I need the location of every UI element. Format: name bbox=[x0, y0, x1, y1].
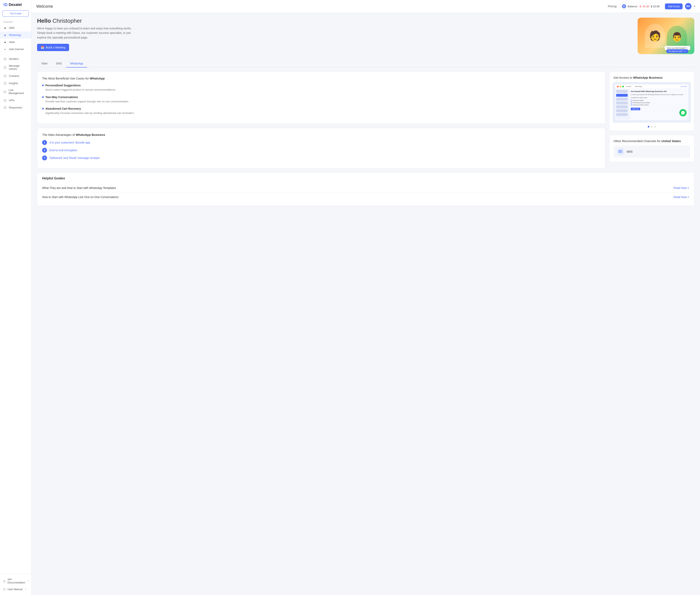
link-management-icon: ◻ bbox=[3, 90, 7, 93]
advantages-title-prefix: The Main Advantages of bbox=[42, 133, 75, 136]
api-docs-label: API Documentation bbox=[7, 578, 25, 584]
sidebar-spacer bbox=[0, 111, 31, 574]
logo-icon: !D bbox=[3, 2, 7, 7]
whatsapp-access-title: Get Access to WhatsApp Business bbox=[613, 76, 690, 79]
try-it-now-button[interactable]: Try it now bbox=[2, 10, 29, 17]
responses-icon: ◻ bbox=[3, 106, 7, 109]
main-content: Welcome Pricing Balance: $ -15.30 $ 22.0… bbox=[31, 0, 700, 595]
greeting-bold: Hello bbox=[37, 18, 51, 24]
hero-text: Hello Christopher We're happy to have yo… bbox=[37, 18, 638, 51]
use-case-2-title: Two-Way Conversations bbox=[45, 95, 78, 99]
wa-access-title-brand: WhatsApp Business bbox=[633, 76, 663, 79]
add-funds-button[interactable]: Add funds bbox=[665, 3, 682, 9]
use-cases-title-prefix: The Most Beneficial Use Cases for bbox=[42, 77, 89, 80]
welcome-area: Hello Christopher We're happy to have yo… bbox=[31, 13, 700, 210]
sidebar-item-responses-label: Responses bbox=[9, 106, 22, 109]
sidebar-item-api-documentation[interactable]: ◻ API Documentation ↗ bbox=[0, 576, 31, 586]
right-column: Get Access to WhatsApp Business dexa bbox=[609, 72, 694, 168]
sidebar-item-whatsapp[interactable]: ● WhatsApp bbox=[0, 31, 31, 38]
sidebar-item-apis[interactable]: ◻ APIs bbox=[0, 96, 31, 104]
contacts-icon: ◻ bbox=[3, 74, 7, 78]
add-channel-icon: + bbox=[3, 48, 7, 51]
sidebar-item-viber-label: Viber bbox=[9, 40, 15, 44]
mock-tab-label: WhatsApp bbox=[635, 86, 642, 87]
guides-section: Helpful Guides What They are and How to … bbox=[37, 172, 694, 206]
mock-main-title: Get Started With WhatsApp Business API bbox=[631, 90, 687, 92]
balance-label: Balance: bbox=[628, 5, 638, 8]
use-case-dot-2 bbox=[42, 96, 44, 98]
sidebar-item-sms[interactable]: ● SMS bbox=[0, 24, 31, 31]
message-library-icon: ◻ bbox=[3, 65, 7, 69]
external-link-icon-1: ↗ bbox=[27, 580, 29, 583]
guide-2-text: How to Start with WhatsApp Live One on O… bbox=[42, 195, 119, 199]
advantage-text-2: End-to-end encryption bbox=[50, 149, 78, 152]
tab-viber[interactable]: Viber bbox=[37, 60, 52, 67]
carousel-dot-3[interactable] bbox=[654, 126, 656, 128]
sidebar-item-insights[interactable]: ◻ Insights bbox=[0, 80, 31, 87]
sidebar-item-whatsapp-label: WhatsApp bbox=[9, 33, 21, 36]
advantage-num-1: 1 bbox=[42, 140, 47, 145]
sidebar-item-contacts-label: Contacts bbox=[9, 75, 19, 78]
mock-main-desc: In order to get started with WhatsApp Bu… bbox=[631, 94, 687, 96]
dot-red bbox=[617, 86, 618, 87]
mock-url-bar: dexatel bbox=[626, 86, 631, 87]
use-case-2-desc: Provide real time customer support throu… bbox=[42, 100, 600, 104]
guide-1-read-now[interactable]: Read Now > bbox=[674, 186, 689, 190]
chat-bubble-2: So easy to use! ✓✓ bbox=[666, 49, 688, 53]
guides-title: Helpful Guides bbox=[42, 176, 689, 180]
recommended-title-brand: United States bbox=[662, 139, 681, 143]
advantages-title-brand: WhatsApp Business bbox=[76, 133, 105, 136]
recommended-title: Other Recommended Channels for United St… bbox=[613, 139, 690, 143]
mock-sidebar-5 bbox=[616, 106, 628, 108]
two-column-layout: The Most Beneficial Use Cases for WhatsA… bbox=[37, 72, 694, 168]
user-avatar[interactable]: MA bbox=[685, 3, 692, 9]
sidebar-item-responses[interactable]: ◻ Responses bbox=[0, 104, 31, 111]
use-case-3-desc: Significantly increase conversion rate b… bbox=[42, 111, 600, 115]
mock-steps-label: Complete the steps below: bbox=[631, 97, 687, 99]
sidebar-item-add-channel[interactable]: + Add channel bbox=[0, 46, 31, 53]
mock-step-1: Business Details bbox=[631, 100, 687, 102]
recommended-sms-item[interactable]: SMS bbox=[613, 146, 690, 158]
pricing-link[interactable]: Pricing bbox=[608, 5, 616, 8]
sidebar-bottom: ◻ API Documentation ↗ ◻ User Manual ↗ bbox=[0, 574, 31, 593]
mock-step-2-label: WhatsApp Account Details bbox=[633, 102, 650, 104]
sms-channel-label: SMS bbox=[627, 150, 633, 153]
recommended-title-prefix: Other Recommended Channels for bbox=[613, 139, 661, 143]
sidebar-item-message-library[interactable]: ◻ Message Library bbox=[0, 62, 31, 72]
sidebar-item-user-manual[interactable]: ◻ User Manual ↗ bbox=[0, 586, 31, 593]
advantage-text-3: 'Delivered' and 'Read' message receipts bbox=[50, 156, 100, 160]
mock-channels-label bbox=[616, 90, 628, 93]
advantage-1: 1 It is your customers' favorite app bbox=[42, 140, 600, 145]
sidebar-item-message-library-label: Message Library bbox=[9, 64, 28, 70]
guide-2-read-now[interactable]: Read Now > bbox=[674, 195, 689, 199]
sidebar-item-apis-label: APIs bbox=[9, 99, 14, 102]
sidebar-item-link-management[interactable]: ◻ Link Management bbox=[0, 87, 31, 96]
top-header: Welcome Pricing Balance: $ -15.30 $ 22.0… bbox=[31, 0, 700, 13]
mock-titlebar: dexatel WhatsApp Try It Now bbox=[615, 84, 689, 89]
sidebar-item-contacts[interactable]: ◻ Contacts bbox=[0, 72, 31, 80]
tab-sms[interactable]: SMS bbox=[52, 60, 66, 67]
carousel-dot-2[interactable] bbox=[651, 126, 652, 128]
book-meeting-label: Book a Meeting bbox=[46, 46, 65, 49]
sidebar-item-senders[interactable]: ◻ Senders bbox=[0, 55, 31, 62]
user-menu-chevron-icon[interactable]: ▾ bbox=[694, 5, 695, 8]
mock-sidebar-7 bbox=[616, 113, 628, 116]
sidebar-item-viber[interactable]: ● Viber bbox=[0, 38, 31, 46]
balance-pill: Balance: $ -15.30 $ 22.00 bbox=[619, 3, 663, 10]
mock-step-3-label: Business Profile Content bbox=[633, 104, 649, 106]
use-case-2: Two-Way Conversations Provide real time … bbox=[42, 95, 600, 104]
book-meeting-button[interactable]: 📅 Book a Meeting bbox=[37, 44, 69, 51]
mock-checkbox-1 bbox=[631, 100, 632, 102]
carousel-dots bbox=[609, 126, 694, 131]
use-cases-title: The Most Beneficial Use Cases for WhatsA… bbox=[42, 77, 600, 80]
carousel-dot-1[interactable] bbox=[648, 126, 649, 128]
tab-whatsapp[interactable]: WhatsApp bbox=[66, 60, 87, 67]
balance-positive: $ 22.00 bbox=[651, 5, 660, 8]
mock-whatsapp-item bbox=[616, 94, 628, 97]
wa-access-title-prefix: Get Access to bbox=[613, 76, 632, 79]
use-case-3-title: Abandoned Cart Recovery bbox=[45, 107, 81, 110]
mock-body: Get Started With WhatsApp Business API I… bbox=[615, 89, 689, 120]
use-case-1-title: Personalized Suggestions bbox=[45, 84, 81, 87]
whatsapp-icon: ● bbox=[3, 33, 7, 37]
use-cases-title-brand: WhatsApp bbox=[90, 77, 105, 80]
